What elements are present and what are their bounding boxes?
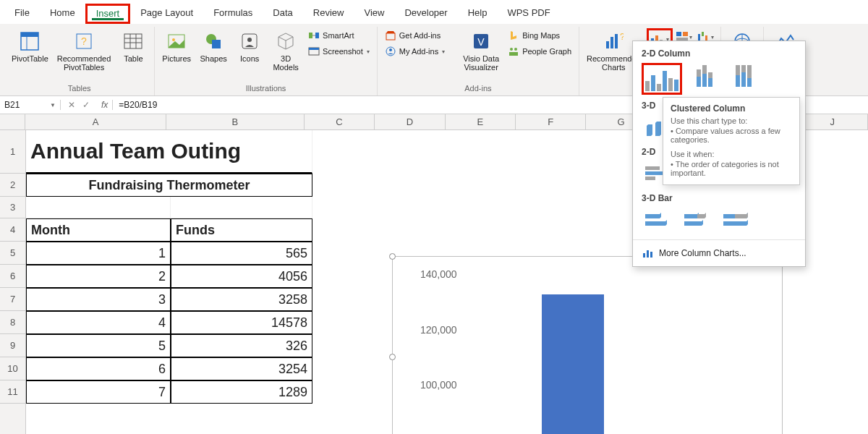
cell[interactable]: 565 xyxy=(171,242,312,265)
icons-button[interactable]: Icons xyxy=(233,28,266,64)
svg-rect-39 xyxy=(683,32,688,36)
row-header[interactable]: 6 xyxy=(0,265,25,288)
column-header[interactable]: A xyxy=(25,114,166,129)
svg-marker-68 xyxy=(735,213,748,218)
menu-developer[interactable]: Developer xyxy=(394,3,457,24)
row-header[interactable]: 3 xyxy=(0,197,25,218)
my-addins-button[interactable]: My Add-ins▾ xyxy=(382,44,448,59)
row-header[interactable]: 8 xyxy=(0,311,25,334)
bing-maps-button[interactable]: Bing Maps xyxy=(505,28,574,43)
cell[interactable] xyxy=(171,197,312,218)
cancel-formula-icon[interactable]: ✕ xyxy=(68,100,75,110)
people-graph-button[interactable]: People Graph xyxy=(505,44,574,59)
cell[interactable]: Funds xyxy=(171,218,312,242)
resize-handle[interactable] xyxy=(389,253,396,260)
table-button[interactable]: Table xyxy=(116,28,150,64)
stacked-column-option[interactable] xyxy=(688,63,721,89)
cell[interactable]: 6 xyxy=(26,357,171,380)
name-box[interactable]: B21 ▼ xyxy=(0,100,61,110)
menu-formulas[interactable]: Formulas xyxy=(203,3,263,24)
embedded-chart[interactable]: 140,000120,000100,00080,000 xyxy=(392,256,783,434)
svg-rect-31 xyxy=(606,41,609,48)
pivottable-button[interactable]: PivotTable xyxy=(9,28,51,64)
my-addins-icon xyxy=(385,46,396,57)
row-header[interactable]: 5 xyxy=(0,242,25,265)
menu-help[interactable]: Help xyxy=(458,3,498,24)
menu-insert[interactable]: Insert xyxy=(85,4,131,24)
menu-home[interactable]: Home xyxy=(40,3,85,24)
screenshot-button[interactable]: Screenshot▾ xyxy=(305,44,373,59)
menu-data[interactable]: Data xyxy=(263,3,302,24)
cell[interactable]: Annual Team Outing xyxy=(26,130,312,174)
cell[interactable]: 1289 xyxy=(171,380,312,404)
3d-models-button[interactable]: 3D Models xyxy=(269,28,302,73)
svg-point-11 xyxy=(172,38,175,41)
resize-handle[interactable] xyxy=(389,354,396,360)
cube-icon xyxy=(274,30,297,53)
column-header[interactable]: C xyxy=(305,114,375,129)
svg-rect-70 xyxy=(643,253,645,258)
clustered-column-option[interactable] xyxy=(642,63,682,95)
recommended-pivottables-button[interactable]: ? Recommended PivotTables xyxy=(54,28,114,73)
group-addins: Get Add-ins My Add-ins▾ V Visio Data Vis… xyxy=(378,27,579,95)
formula-input[interactable]: =B20/B19 xyxy=(113,100,163,110)
menu-bar: File Home Insert Page Layout Formulas Da… xyxy=(0,0,868,24)
row-header[interactable]: 9 xyxy=(0,334,25,357)
row-headers: 1234567891011 xyxy=(0,130,26,434)
column-header[interactable]: J xyxy=(798,114,868,129)
cell[interactable]: 2 xyxy=(26,265,171,288)
column-header[interactable]: D xyxy=(375,114,445,129)
menu-review[interactable]: Review xyxy=(303,3,354,24)
pictures-button[interactable]: Pictures xyxy=(159,28,194,64)
cell[interactable]: 3254 xyxy=(171,357,312,380)
cell[interactable]: 3 xyxy=(26,288,171,311)
table-icon xyxy=(122,30,145,53)
menu-page-layout[interactable]: Page Layout xyxy=(130,3,203,24)
3d-100-stacked-bar-option[interactable] xyxy=(720,208,753,234)
people-graph-label: People Graph xyxy=(522,47,571,56)
row-header[interactable]: 2 xyxy=(0,174,25,197)
screenshot-label: Screenshot xyxy=(323,47,363,56)
accept-formula-icon[interactable]: ✓ xyxy=(82,100,90,110)
cell[interactable]: 14578 xyxy=(171,311,312,334)
more-column-charts-button[interactable]: More Column Charts... xyxy=(633,243,805,263)
get-addins-label: Get Add-ins xyxy=(399,31,441,40)
row-header[interactable]: 10 xyxy=(0,357,25,380)
menu-view[interactable]: View xyxy=(354,3,394,24)
row-header[interactable]: 1 xyxy=(0,130,25,174)
column-header[interactable]: B xyxy=(166,114,305,129)
3d-clustered-bar-option[interactable] xyxy=(642,208,675,234)
100-stacked-column-option[interactable] xyxy=(727,63,760,89)
get-addins-button[interactable]: Get Add-ins xyxy=(382,28,448,43)
visio-visualizer-button[interactable]: V Visio Data Visualizer xyxy=(460,28,502,73)
menu-file[interactable]: File xyxy=(4,3,40,24)
row-header[interactable]: 11 xyxy=(0,380,25,404)
menu-wps-pdf[interactable]: WPS PDF xyxy=(497,3,560,24)
cell[interactable]: 326 xyxy=(171,334,312,357)
cell[interactable]: 4056 xyxy=(171,265,312,288)
cell[interactable]: 1 xyxy=(26,242,171,265)
row-header[interactable]: 4 xyxy=(0,218,25,242)
smartart-button[interactable]: SmartArt xyxy=(305,28,373,43)
column-header[interactable]: F xyxy=(516,114,586,129)
svg-rect-38 xyxy=(676,32,681,36)
svg-point-15 xyxy=(247,38,252,42)
column-header[interactable]: E xyxy=(446,114,516,129)
fx-icon[interactable]: fx xyxy=(97,100,113,110)
group-tables-label: Tables xyxy=(9,84,150,94)
cell[interactable] xyxy=(26,197,171,218)
cell[interactable]: Fundraising Thermometer xyxy=(26,174,312,197)
cell[interactable]: 7 xyxy=(26,380,171,404)
3d-models-label: 3D Models xyxy=(273,54,298,72)
row-header[interactable]: 7 xyxy=(0,288,25,311)
svg-text:?: ? xyxy=(620,32,624,42)
cell[interactable]: 4 xyxy=(26,311,171,334)
3d-stacked-bar-option[interactable] xyxy=(681,208,714,234)
cell[interactable]: Month xyxy=(26,218,171,242)
cell[interactable]: 5 xyxy=(26,334,171,357)
select-all-corner[interactable] xyxy=(0,114,25,129)
group-illustrations-label: Illustrations xyxy=(159,84,372,94)
chevron-down-icon: ▼ xyxy=(50,102,56,109)
shapes-button[interactable]: Shapes xyxy=(197,28,230,64)
cell[interactable]: 3258 xyxy=(171,288,312,311)
